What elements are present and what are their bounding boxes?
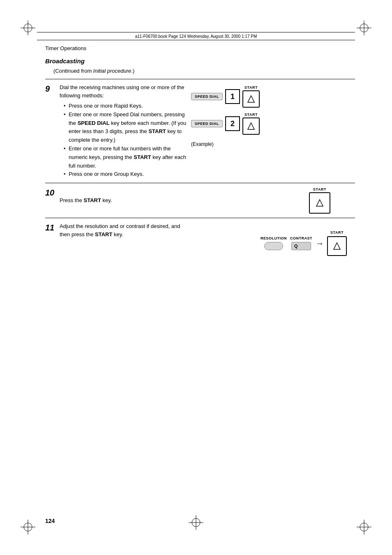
step-9-intro: Dial the receiving machines using one or… (60, 83, 187, 99)
continued-end: .) (131, 68, 134, 74)
svg-marker-15 (334, 243, 340, 249)
main-content: Broadcasting (Continued from Initial pro… (45, 58, 355, 256)
continued-italic: Initial procedure (93, 68, 131, 74)
corner-mark-tl (20, 20, 36, 36)
step-10-right: START (309, 187, 330, 214)
key-row-2: SPEED DIAL 2 START (191, 113, 260, 135)
contrast-label-key: CONTRAST (290, 236, 312, 240)
step-9-layout: Dial the receiving machines using one or… (60, 83, 355, 179)
bullet-2: Enter one or more Speed Dial numbers, pr… (64, 111, 187, 145)
broadcasting-title: Broadcasting (45, 58, 355, 64)
number-2: 2 (231, 120, 235, 128)
corner-mark-br (356, 519, 372, 535)
svg-marker-13 (248, 123, 254, 129)
number-1: 1 (231, 92, 235, 101)
start-key-2 (242, 117, 260, 135)
start-label-1: START (244, 85, 258, 90)
arrow-icon: → (316, 239, 324, 248)
bullet3-bold: START (134, 154, 151, 160)
example-text: (Example) (191, 141, 214, 147)
resolution-key (264, 242, 283, 250)
step-10-section: 10 Press the START key. START (45, 183, 355, 214)
step-11-section: 11 Adjust the resolution and or contrast… (45, 218, 355, 256)
header-bar: a11-F06700.book Page 124 Wednesday, Augu… (37, 32, 355, 40)
key-row-1: SPEED DIAL 1 START (191, 85, 260, 108)
start-label-11: START (330, 230, 344, 235)
step-9: 9 Dial the receiving machines using one … (45, 83, 355, 179)
step10-pre: Press the (60, 197, 84, 203)
speed-dial-label-2: SPEED DIAL (195, 122, 219, 126)
step-10-body: Press the START key. START (60, 187, 355, 214)
step-11-text: Adjust the resolution and or contrast if… (60, 222, 187, 238)
start-label-10: START (313, 187, 326, 191)
bottom-center-mark (188, 514, 204, 532)
step-10: 10 Press the START key. START (45, 187, 355, 214)
step10-bold: START (84, 197, 101, 203)
bullet-3: Enter one or more full fax numbers with … (64, 145, 187, 170)
bullet-4: Press one or more Group Keys. (64, 170, 187, 179)
section-label: Timer Operations (45, 45, 86, 51)
contrast-key: Q (291, 242, 311, 250)
bullet2-bold: SPEED DIAL (78, 120, 110, 126)
start-key-10 (309, 192, 330, 214)
continued-pre: (Continued from (53, 68, 93, 74)
corner-mark-bl (20, 519, 36, 535)
speed-dial-key-2: SPEED DIAL (191, 120, 223, 128)
step-9-body: Dial the receiving machines using one or… (60, 83, 355, 179)
corner-mark-tr (356, 20, 372, 36)
speed-dial-label-1: SPEED DIAL (195, 94, 219, 99)
start-key-1 (242, 90, 260, 108)
start-key-11 (327, 236, 347, 256)
svg-marker-12 (248, 96, 254, 102)
speed-dial-key-1: SPEED DIAL (191, 93, 223, 101)
step-9-left: Dial the receiving machines using one or… (60, 83, 187, 179)
number-box-2: 2 (225, 116, 240, 131)
page-number: 124 (45, 518, 55, 524)
step11-bold: START (95, 231, 112, 237)
step-9-bullets: Press one or more Rapid Keys. Enter one … (60, 102, 187, 179)
step-11-number: 11 (45, 222, 60, 256)
step11-post: key. (112, 231, 123, 237)
start-label-2: START (244, 113, 258, 117)
step-10-layout: Press the START key. START (60, 187, 355, 214)
start-key-container-1: START (242, 85, 260, 108)
page: a11-F06700.book Page 124 Wednesday, Augu… (0, 0, 392, 555)
step-11-body: Adjust the resolution and or contrast if… (60, 222, 355, 256)
number-box-1: 1 (225, 89, 240, 104)
step-11: 11 Adjust the resolution and or contrast… (45, 222, 355, 256)
step-9-number: 9 (45, 83, 60, 179)
step-10-text: Press the START key. (60, 196, 112, 205)
resolution-label: RESOLUTION (261, 236, 287, 240)
continued-text: (Continued from Initial procedure.) (45, 68, 355, 74)
step10-post: key. (101, 197, 112, 203)
svg-marker-14 (316, 200, 323, 206)
header-text: a11-F06700.book Page 124 Wednesday, Augu… (135, 34, 257, 39)
divider-top (45, 79, 355, 79)
step-10-number: 10 (45, 187, 60, 214)
step-9-right: SPEED DIAL 1 START (191, 83, 355, 179)
bullet-1: Press one or more Rapid Keys. (64, 102, 187, 111)
start-key-container-2: START (242, 113, 260, 135)
step-11-layout: Adjust the resolution and or contrast if… (60, 222, 355, 256)
bullet2-bold2: START (148, 128, 166, 134)
step-11-right: RESOLUTION CONTRAST Q → (261, 230, 347, 256)
